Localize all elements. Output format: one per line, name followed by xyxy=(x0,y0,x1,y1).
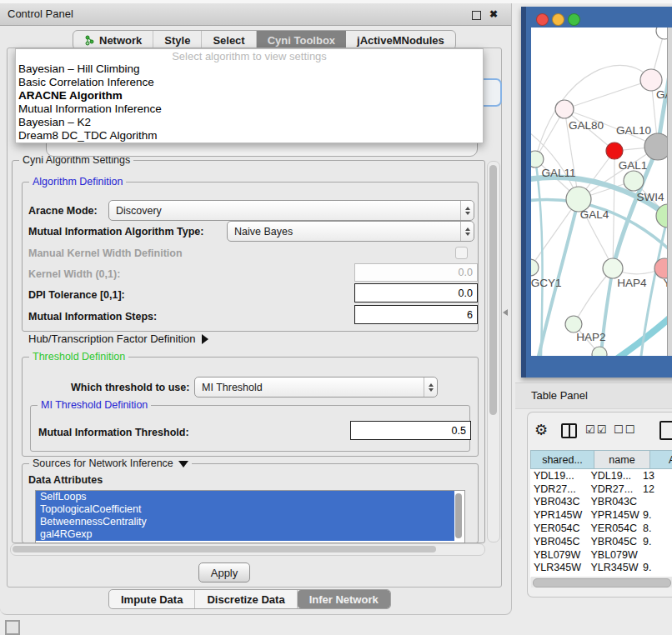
column-header-partial[interactable]: A xyxy=(649,450,672,469)
table-cell: 9. xyxy=(639,536,672,548)
sources-title-text: Sources for Network Inference xyxy=(33,458,173,469)
data-attribute-item[interactable]: TopologicalCoefficient xyxy=(36,503,454,516)
network-node-gal1[interactable] xyxy=(624,171,644,191)
close-icon[interactable]: ✖ xyxy=(487,8,500,21)
zoom-traffic-light[interactable] xyxy=(568,13,580,26)
network-node-label: GAL10 xyxy=(616,124,651,137)
tab-style[interactable]: Style xyxy=(153,31,202,49)
data-attribute-item[interactable]: BetweennessCentrality xyxy=(36,516,454,528)
select-all-checked-icon[interactable]: ☑☑ xyxy=(585,423,608,436)
list-scrollbar[interactable] xyxy=(455,493,462,538)
which-threshold-label: Which threshold to use: xyxy=(71,382,189,393)
tab-discretize-data[interactable]: Discretize Data xyxy=(195,590,297,608)
which-threshold-select[interactable]: MI Threshold xyxy=(194,377,438,398)
table-cell: YER054C xyxy=(589,522,639,534)
column-header-shared-name[interactable]: shared... xyxy=(530,450,594,469)
threshold-definition-title: Threshold Definition xyxy=(29,351,128,362)
network-node-hap4[interactable] xyxy=(603,258,623,278)
document-icon[interactable] xyxy=(659,421,672,440)
dropdown-item[interactable]: Basic Correlation Inference xyxy=(16,76,483,89)
scrollbar-thumb[interactable] xyxy=(533,578,671,588)
network-node-gcy1[interactable] xyxy=(531,259,539,276)
table-row[interactable]: YBL079WYBL079W xyxy=(530,548,672,562)
table-cell: YER054C xyxy=(530,522,589,534)
hub-transcription-factor-section[interactable]: Hub/Transcription Factor Definition xyxy=(28,332,208,345)
data-attribute-item[interactable]: SelfLoops xyxy=(36,491,454,503)
network-node-hap2[interactable] xyxy=(565,316,582,332)
algorithm-definition-title: Algorithm Definition xyxy=(29,176,126,188)
aracne-mode-select[interactable]: Discovery xyxy=(108,200,474,221)
table-row[interactable]: YER054CYER054C8. xyxy=(530,522,672,535)
network-node-label: GAL4 xyxy=(580,208,609,221)
mi-steps-field[interactable]: 6 xyxy=(354,305,478,324)
mi-threshold-field[interactable]: 0.5 xyxy=(350,421,471,440)
tab-cyni-toolbox[interactable]: Cyni Toolbox xyxy=(257,31,346,49)
network-canvas[interactable]: GALGAL80GAL10GAL1GAL11GAL4SWI4GCY1HAP4YH… xyxy=(531,28,672,356)
split-pane-handle-icon[interactable] xyxy=(503,309,508,316)
network-node-gal11[interactable] xyxy=(531,151,544,168)
dropdown-item[interactable]: Dream8 DC_TDC Algorithm xyxy=(16,129,483,142)
network-node-label: GAL1 xyxy=(619,159,648,172)
kernel-width-field[interactable]: 0.0 xyxy=(354,263,478,282)
settings-gear-icon[interactable]: ⚙ xyxy=(534,421,548,438)
which-threshold-value: MI Threshold xyxy=(195,382,424,393)
table-cell: 8. xyxy=(639,522,672,534)
tab-network[interactable]: Network xyxy=(73,31,153,49)
data-attributes-list[interactable]: SelfLoopsTopologicalCoefficientBetweenne… xyxy=(35,490,465,543)
table-body[interactable]: YDL19...YDL19...13YDR27...YDR27...12YBR0… xyxy=(530,469,672,578)
scrollbar-thumb[interactable] xyxy=(489,165,497,415)
settings-vertical-scrollbar[interactable] xyxy=(487,161,500,542)
dropdown-item[interactable]: Bayesian – K2 xyxy=(16,116,483,129)
tab-cyni-toolbox-label: Cyni Toolbox xyxy=(268,34,335,47)
network-node[interactable] xyxy=(606,142,623,159)
table-cell: YBR045C xyxy=(589,536,639,548)
window-edge-strip xyxy=(667,28,672,356)
column-header-name[interactable]: name xyxy=(594,450,649,469)
mi-type-label: Mutual Information Algorithm Type: xyxy=(28,226,203,238)
tab-style-label: Style xyxy=(164,34,190,47)
scrollbar-thumb[interactable] xyxy=(13,546,436,552)
float-window-icon[interactable] xyxy=(472,11,481,20)
table-row[interactable]: YPR145WYPR145W9. xyxy=(530,508,672,522)
network-node-label: GAL11 xyxy=(541,167,575,179)
table-cell: YLR345W xyxy=(530,562,589,573)
tab-jactivemnodules[interactable]: jActiveMNodules xyxy=(346,31,455,49)
dropdown-item[interactable]: ARACNE Algorithm xyxy=(16,89,483,102)
settings-horizontal-scrollbar[interactable] xyxy=(10,543,485,556)
mi-steps-label: Mutual Information Steps: xyxy=(28,311,157,322)
table-row[interactable]: YDL19...YDL19...13 xyxy=(530,469,672,482)
bottom-tabs: Impute Data Discretize Data Infer Networ… xyxy=(108,589,391,609)
minimized-panel-icon[interactable] xyxy=(5,620,20,635)
table-horizontal-scrollbar[interactable] xyxy=(531,577,672,588)
aracne-mode-value: Discovery xyxy=(109,205,460,217)
expand-arrow-icon[interactable] xyxy=(202,334,208,344)
data-attribute-item[interactable]: gal4RGexp xyxy=(36,528,454,541)
select-none-unchecked-icon[interactable]: ☐☐ xyxy=(614,423,636,436)
tab-impute-data[interactable]: Impute Data xyxy=(109,590,195,608)
aracne-mode-label: Aracne Mode: xyxy=(28,205,98,217)
network-node-gal80[interactable] xyxy=(555,100,574,118)
table-row[interactable]: YBR045CYBR045C9. xyxy=(530,535,672,548)
minimize-traffic-light[interactable] xyxy=(552,13,564,26)
table-row[interactable]: YLR345WYLR345W9. xyxy=(530,562,672,575)
tab-impute-data-label: Impute Data xyxy=(121,593,183,606)
tab-infer-network[interactable]: Infer Network xyxy=(298,590,390,608)
collapse-arrow-icon[interactable] xyxy=(178,461,188,468)
table-cell: YBR045C xyxy=(530,536,589,548)
table-cell: YBL079W xyxy=(530,549,589,561)
manual-kernel-checkbox[interactable] xyxy=(455,247,468,259)
mi-type-select[interactable]: Naive Bayes xyxy=(227,221,474,242)
table-row[interactable]: YDR27...YDR27...12 xyxy=(530,482,672,496)
dpi-tolerance-field[interactable]: 0.0 xyxy=(354,283,478,302)
apply-button[interactable]: Apply xyxy=(198,562,250,582)
table-cell: 13 xyxy=(639,470,672,482)
tab-select[interactable]: Select xyxy=(202,31,256,49)
dropdown-item[interactable]: Mutual Information Inference xyxy=(16,102,483,116)
close-traffic-light[interactable] xyxy=(536,13,549,26)
split-columns-icon[interactable] xyxy=(561,423,577,438)
dpi-tolerance-label: DPI Tolerance [0,1]: xyxy=(28,289,125,301)
tab-select-label: Select xyxy=(213,34,244,47)
table-cell: YBL079W xyxy=(589,549,639,561)
table-row[interactable]: YBR043CYBR043C xyxy=(530,496,672,509)
dropdown-item[interactable]: Bayesian – Hill Climbing xyxy=(16,62,483,76)
